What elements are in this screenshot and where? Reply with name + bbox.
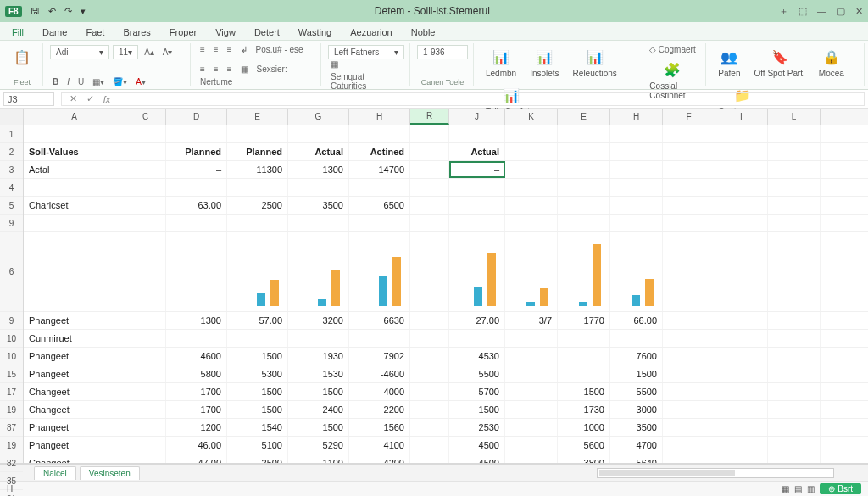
cell[interactable] bbox=[166, 232, 227, 311]
number-format-combo[interactable]: Left Fatners▾ bbox=[328, 45, 404, 59]
cell[interactable] bbox=[410, 197, 449, 214]
cell[interactable]: 1500 bbox=[610, 365, 663, 382]
scroll-thumb[interactable] bbox=[599, 470, 735, 476]
cell[interactable]: 1100 bbox=[288, 454, 349, 463]
cell[interactable] bbox=[410, 437, 449, 454]
cell[interactable] bbox=[610, 232, 663, 311]
delete-button[interactable]: 📊Insolets bbox=[525, 45, 564, 80]
bold-icon[interactable]: B bbox=[50, 77, 61, 86]
cell[interactable]: 2200 bbox=[349, 401, 410, 418]
cell[interactable] bbox=[410, 312, 449, 329]
col-F[interactable]: F bbox=[663, 109, 715, 125]
align-bot-icon[interactable]: ≡ bbox=[225, 45, 235, 54]
cell[interactable]: 1500 bbox=[288, 419, 349, 436]
table-row[interactable]: Changeet1700150024002200150017303000 bbox=[24, 401, 868, 419]
cell[interactable] bbox=[558, 197, 610, 214]
cell[interactable] bbox=[663, 125, 715, 142]
cell[interactable] bbox=[24, 232, 125, 311]
close-icon[interactable]: ✕ bbox=[855, 6, 863, 17]
cell[interactable]: 46.00 bbox=[166, 437, 227, 454]
cell[interactable]: 4100 bbox=[349, 437, 410, 454]
col-A[interactable]: A bbox=[24, 109, 125, 125]
cell[interactable] bbox=[125, 419, 166, 436]
name-box[interactable]: J3 bbox=[3, 92, 54, 106]
col-H2[interactable]: H bbox=[610, 109, 663, 125]
cancel-icon[interactable]: ✕ bbox=[67, 93, 79, 104]
cell[interactable]: 1560 bbox=[349, 419, 410, 436]
cell[interactable] bbox=[166, 330, 227, 347]
cell[interactable]: 63.00 bbox=[166, 197, 227, 214]
cell[interactable] bbox=[349, 179, 410, 196]
cell[interactable] bbox=[288, 125, 349, 142]
table-row[interactable] bbox=[24, 179, 868, 197]
cell[interactable]: Pnangeet bbox=[24, 365, 125, 382]
cell[interactable] bbox=[125, 348, 166, 365]
font-color-icon[interactable]: A▾ bbox=[133, 77, 148, 86]
cell[interactable] bbox=[449, 215, 505, 231]
cell[interactable]: Planned bbox=[166, 143, 227, 160]
paste-button[interactable]: 📋 bbox=[7, 45, 37, 69]
cell[interactable]: -4600 bbox=[349, 365, 410, 382]
cogmaert[interactable]: ◇ Cogmaert bbox=[647, 45, 698, 54]
cell[interactable] bbox=[125, 437, 166, 454]
col-D[interactable]: D bbox=[166, 109, 227, 125]
font-name-combo[interactable]: Adi▾ bbox=[50, 45, 109, 59]
cell[interactable] bbox=[768, 232, 821, 311]
cell[interactable]: 5500 bbox=[449, 365, 505, 382]
cell[interactable] bbox=[663, 454, 715, 463]
cell[interactable] bbox=[663, 143, 715, 160]
align-center-icon[interactable]: ≡ bbox=[211, 64, 221, 74]
cell[interactable] bbox=[505, 401, 558, 418]
cell[interactable]: 2500 bbox=[227, 454, 288, 463]
cell[interactable] bbox=[558, 330, 610, 347]
cell[interactable]: 14700 bbox=[349, 161, 410, 178]
cell[interactable] bbox=[288, 330, 349, 347]
cell[interactable] bbox=[410, 383, 449, 400]
cell[interactable] bbox=[715, 330, 768, 347]
cell[interactable]: 3000 bbox=[610, 401, 663, 418]
spot-button[interactable]: 🔖Off Spot Part. bbox=[748, 45, 810, 80]
cell[interactable] bbox=[663, 383, 715, 400]
cell[interactable]: 7600 bbox=[610, 348, 663, 365]
minimize-icon[interactable]: — bbox=[817, 6, 826, 16]
cell[interactable] bbox=[558, 179, 610, 196]
cell[interactable]: 2530 bbox=[449, 419, 505, 436]
table-row[interactable]: Cnangeet47.00250011004200450038005640 bbox=[24, 454, 868, 463]
cell[interactable]: 5300 bbox=[227, 365, 288, 382]
cell[interactable] bbox=[166, 215, 227, 231]
cell[interactable]: 5500 bbox=[610, 383, 663, 400]
cell[interactable] bbox=[715, 365, 768, 382]
cell[interactable] bbox=[715, 215, 768, 231]
cell[interactable] bbox=[610, 197, 663, 214]
cell[interactable] bbox=[663, 197, 715, 214]
table-row[interactable]: Pnangeet46.00510052904100450056004700 bbox=[24, 437, 868, 454]
cell[interactable] bbox=[125, 197, 166, 214]
cell[interactable] bbox=[505, 143, 558, 160]
cell[interactable] bbox=[24, 179, 125, 196]
table-row[interactable]: Pnangeet130057.003200663027.003/7177066.… bbox=[24, 312, 868, 330]
spreadsheet-grid[interactable]: 12345969101015171987198235318342 A C D E… bbox=[0, 109, 868, 464]
cell[interactable]: 1500 bbox=[288, 383, 349, 400]
cell[interactable]: Changeet bbox=[24, 383, 125, 400]
row-header[interactable]: 3 bbox=[0, 161, 23, 179]
cell[interactable] bbox=[768, 330, 821, 347]
zoom-button[interactable]: ⊕ Bsrt bbox=[820, 483, 861, 494]
cond-label[interactable]: Semquat Caturities bbox=[328, 72, 404, 91]
align-right-icon[interactable]: ≡ bbox=[225, 64, 235, 74]
cell[interactable] bbox=[410, 143, 449, 160]
cell[interactable]: 1770 bbox=[558, 312, 610, 329]
row-header[interactable]: 10 bbox=[0, 348, 23, 365]
cell[interactable]: 6630 bbox=[349, 312, 410, 329]
cell[interactable]: Actined bbox=[349, 143, 410, 160]
cell[interactable] bbox=[558, 125, 610, 142]
cell[interactable]: Soll-Values bbox=[24, 143, 125, 160]
cell[interactable] bbox=[125, 383, 166, 400]
normal-view-icon[interactable]: ▦ bbox=[782, 484, 789, 493]
maximize-icon[interactable]: ▢ bbox=[837, 6, 845, 17]
row-header[interactable]: 6 bbox=[0, 232, 23, 312]
cell[interactable] bbox=[663, 161, 715, 178]
row-header[interactable]: 1 bbox=[0, 125, 23, 143]
cell[interactable] bbox=[449, 125, 505, 142]
cell[interactable]: 4200 bbox=[349, 454, 410, 463]
cell[interactable] bbox=[715, 312, 768, 329]
